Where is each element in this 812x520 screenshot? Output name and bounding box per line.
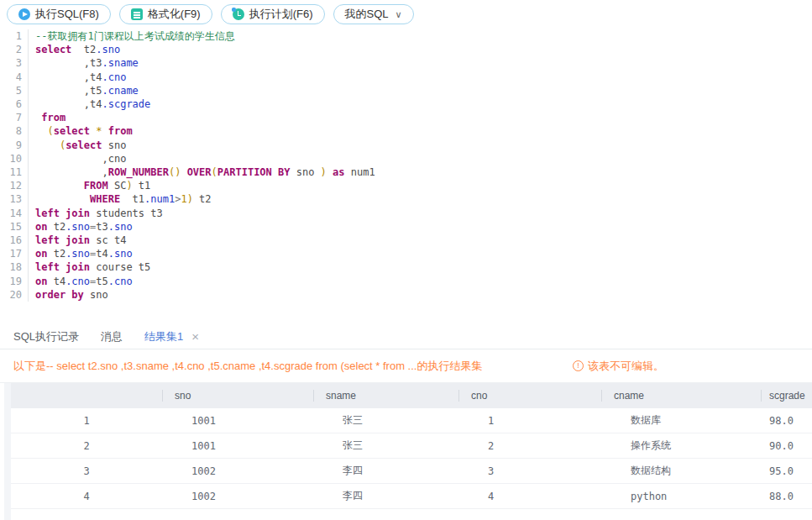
line-code: ,t4.scgrade	[35, 97, 150, 111]
format-sql-button[interactable]: 格式化(F9)	[119, 4, 212, 24]
column-header-sname[interactable]: sname	[313, 383, 458, 408]
table-cell[interactable]: python	[601, 491, 761, 502]
table-row[interactable]: 31002李四3数据结构95.0	[11, 459, 812, 484]
table-cell[interactable]: 1	[11, 415, 162, 427]
table-cell[interactable]: 李四	[313, 489, 458, 503]
editor-line[interactable]: 2select t2.sno	[0, 43, 812, 56]
editor-line[interactable]: 5 ,t5.cname	[0, 84, 812, 97]
table-cell[interactable]: 1001	[162, 415, 313, 427]
table-cell[interactable]: 98.0	[761, 415, 812, 427]
editor-line[interactable]: 17on t2.sno=t4.sno	[0, 247, 812, 260]
line-number: 19	[0, 275, 29, 288]
readonly-notice-text: 该表不可编辑。	[588, 359, 664, 374]
table-cell[interactable]: 张三	[313, 439, 458, 453]
line-code: --获取拥有1门课程以上考试成绩的学生信息	[35, 29, 235, 43]
table-cell[interactable]: 1	[458, 415, 601, 427]
column-header-sno[interactable]: sno	[162, 383, 313, 408]
table-cell[interactable]: 2	[11, 440, 162, 452]
editor-line[interactable]: 14left join students t3	[0, 207, 812, 220]
table-cell[interactable]: 1002	[162, 465, 313, 477]
my-sql-dropdown-button[interactable]: 我的SQL ∨	[333, 4, 414, 24]
line-code: WHERE t1.num1>1) t2	[35, 192, 212, 206]
editor-line[interactable]: 13 WHERE t1.num1>1) t2	[0, 192, 812, 206]
line-number: 2	[0, 43, 29, 56]
editor-line[interactable]: 16left join sc t4	[0, 234, 812, 247]
line-number: 9	[0, 139, 29, 152]
table-cell[interactable]: 4	[458, 491, 601, 502]
table-cell[interactable]: 1001	[162, 440, 313, 452]
line-code: ,t3.sname	[35, 56, 139, 70]
line-number: 1	[0, 29, 29, 43]
line-number: 6	[0, 97, 29, 111]
line-number: 14	[0, 207, 29, 220]
editor-line[interactable]: 6 ,t4.scgrade	[0, 97, 812, 111]
format-sql-label: 格式化(F9)	[148, 7, 201, 22]
close-icon[interactable]: ×	[191, 330, 199, 343]
explain-plan-button[interactable]: 执行计划(F6)	[221, 4, 325, 24]
tab-resultset-1[interactable]: 结果集1	[144, 329, 183, 344]
editor-line[interactable]: 11 ,ROW_NUMBER() OVER(PARTITION BY sno )…	[0, 165, 812, 179]
editor-line[interactable]: 8 (select * from	[0, 124, 812, 138]
editor-line[interactable]: 18left join course t5	[0, 260, 812, 274]
editor-line[interactable]: 3 ,t3.sname	[0, 56, 812, 70]
table-cell[interactable]: 3	[458, 465, 601, 477]
editor-line[interactable]: 9 (select sno	[0, 139, 812, 152]
table-cell[interactable]: 3	[11, 465, 162, 477]
results-grid: snosnamecnocnamescgrade 11001张三1数据库98.02…	[0, 382, 812, 520]
results-tabbar: SQL执行记录 消息 结果集1 ×	[0, 324, 812, 349]
table-body: 11001张三1数据库98.021001张三2操作系统90.031002李四3数…	[11, 408, 812, 509]
editor-line[interactable]: 19on t4.cno=t5.cno	[0, 275, 812, 288]
line-code: order by sno	[35, 288, 108, 302]
line-number: 16	[0, 234, 29, 247]
column-header-cno[interactable]: cno	[458, 383, 601, 408]
line-code: on t2.sno=t3.sno	[35, 220, 133, 234]
line-code: ,t5.cname	[35, 84, 139, 97]
table-cell[interactable]: 数据结构	[601, 464, 761, 478]
line-code: from	[35, 111, 65, 124]
table-cell[interactable]: 95.0	[761, 465, 812, 477]
editor-line[interactable]: 7 from	[0, 111, 812, 124]
editor-line[interactable]: 4 ,t4.cno	[0, 71, 812, 84]
editor-line[interactable]: 15on t2.sno=t3.sno	[0, 220, 812, 234]
table-row[interactable]: 21001张三2操作系统90.0	[11, 433, 812, 459]
table-header: snosnamecnocnamescgrade	[11, 383, 812, 408]
table-cell[interactable]: 88.0	[761, 491, 812, 502]
line-code: left join course t5	[35, 260, 150, 274]
table-cell[interactable]: 张三	[313, 413, 458, 428]
run-sql-label: 执行SQL(F8)	[35, 7, 99, 22]
editor-line[interactable]: 20order by sno	[0, 288, 812, 302]
editor-line[interactable]: 1--获取拥有1门课程以上考试成绩的学生信息	[0, 29, 812, 43]
table-cell[interactable]: 操作系统	[601, 439, 761, 453]
editor-line[interactable]: 10 ,cno	[0, 152, 812, 165]
result-query-summary: 以下是-- select t2.sno ,t3.sname ,t4.cno ,t…	[13, 359, 482, 374]
format-document-icon	[131, 8, 143, 20]
tab-messages[interactable]: 消息	[101, 329, 123, 344]
table-cell[interactable]: 数据库	[601, 413, 761, 428]
readonly-notice: ! 该表不可编辑。	[573, 359, 664, 374]
line-number: 20	[0, 288, 29, 302]
line-code: on t4.cno=t5.cno	[35, 275, 133, 288]
editor-line[interactable]: 12 FROM SC) t1	[0, 179, 812, 192]
run-sql-button[interactable]: 执行SQL(F8)	[7, 4, 111, 24]
play-circle-icon	[18, 8, 30, 20]
column-header-rownum[interactable]	[11, 383, 162, 408]
table-cell[interactable]: 2	[458, 440, 601, 452]
table-cell[interactable]: 4	[11, 491, 162, 502]
sql-console-window: 执行SQL(F8) 格式化(F9) 执行计划(F6) 我的SQL ∨ 1--获取…	[0, 0, 812, 520]
column-header-scgrade[interactable]: scgrade	[761, 383, 812, 408]
line-number: 7	[0, 111, 29, 124]
table-row[interactable]: 41002李四4python88.0	[11, 484, 812, 509]
line-code: (select * from	[35, 124, 133, 138]
table-cell[interactable]: 90.0	[761, 440, 812, 452]
left-scrollbar[interactable]	[4, 383, 11, 520]
line-code: left join sc t4	[35, 234, 126, 247]
column-header-cname[interactable]: cname	[601, 383, 761, 408]
line-number: 12	[0, 179, 29, 192]
table-cell[interactable]: 1002	[162, 491, 313, 502]
sql-editor[interactable]: 1--获取拥有1门课程以上考试成绩的学生信息2select t2.sno3 ,t…	[0, 25, 812, 324]
table-row[interactable]: 11001张三1数据库98.0	[11, 408, 812, 433]
my-sql-label: 我的SQL	[345, 7, 389, 22]
table-cell[interactable]: 李四	[313, 464, 458, 478]
line-code: ,cno	[35, 152, 126, 165]
tab-sql-history[interactable]: SQL执行记录	[13, 329, 79, 344]
